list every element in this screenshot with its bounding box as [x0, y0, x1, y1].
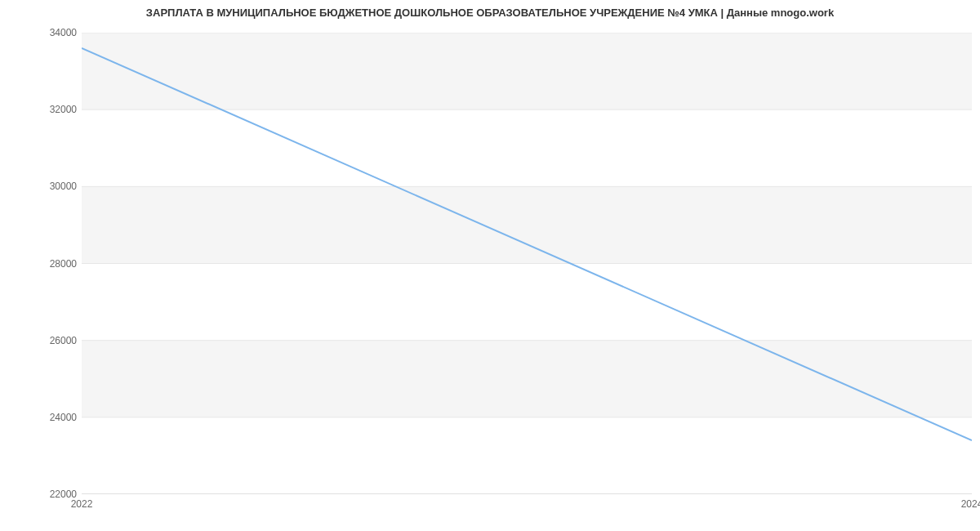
x-tick-label: 2024 — [961, 498, 980, 510]
chart-title: ЗАРПЛАТА В МУНИЦИПАЛЬНОЕ БЮДЖЕТНОЕ ДОШКО… — [0, 7, 980, 19]
x-tick-label: 2022 — [71, 498, 93, 510]
y-tick-label: 28000 — [50, 258, 77, 270]
y-tick-label: 24000 — [50, 412, 77, 423]
y-tick-label: 34000 — [50, 27, 77, 38]
plot-band — [82, 33, 972, 109]
y-tick-label: 26000 — [50, 335, 77, 346]
plot-area — [82, 33, 972, 494]
chart-container: ЗАРПЛАТА В МУНИЦИПАЛЬНОЕ БЮДЖЕТНОЕ ДОШКО… — [0, 0, 980, 531]
plot-band — [82, 186, 972, 263]
plot-band — [82, 341, 972, 417]
y-tick-label: 32000 — [50, 104, 77, 115]
plot-svg — [82, 33, 972, 494]
y-tick-label: 30000 — [50, 181, 77, 192]
